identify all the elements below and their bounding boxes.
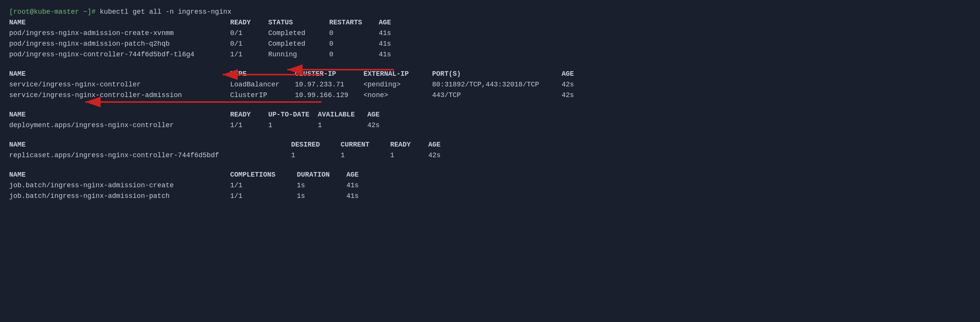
svc-1-age: 42s [562,90,592,101]
deployments-header: NAMEREADYUP-TO-DATEAVAILABLEAGE [9,110,971,120]
job-1-duration: 1s [297,191,346,202]
dep-col-available: AVAILABLE [318,110,367,120]
svc-0-cluster-ip: 10.97.233.71 [295,80,363,90]
rs-col-desired: DESIRED [291,140,341,150]
job-row-0: job.batch/ingress-nginx-admission-create… [9,180,971,191]
pods-col-restarts: RESTARTS [329,18,379,28]
rs-col-age: AGE [428,140,459,150]
pod-row-1: pod/ingress-nginx-admission-patch-q2hqb0… [9,39,971,49]
rs-row-0: replicaset.apps/ingress-nginx-controller… [9,150,971,161]
job-col-duration: DURATION [297,170,346,180]
pods-col-ready: READY [230,18,268,28]
dep-0-ready: 1/1 [230,120,268,131]
pod-1-age: 41s [379,39,409,49]
pod-2-restarts: 0 [329,49,379,60]
job-col-completions: COMPLETIONS [230,170,297,180]
dep-col-uptodate: UP-TO-DATE [268,110,318,120]
job-0-duration: 1s [297,180,346,191]
blank-4 [9,161,971,170]
job-row-1: job.batch/ingress-nginx-admission-patch1… [9,191,971,202]
pod-2-ready: 1/1 [230,49,268,60]
pod-1-restarts: 0 [329,39,379,49]
job-0-name: job.batch/ingress-nginx-admission-create [9,180,230,191]
services-header: NAMETYPECLUSTER-IPEXTERNAL-IPPORT(S)AGE [9,69,971,80]
dep-0-available: 1 [318,120,367,131]
rs-0-current: 1 [341,150,390,161]
svc-0-name: service/ingress-nginx-controller [9,80,230,90]
job-col-age: AGE [346,170,377,180]
svc-col-name: NAME [9,69,230,80]
svc-row-0: service/ingress-nginx-controllerLoadBala… [9,80,971,90]
pods-col-status: STATUS [268,18,329,28]
prompt: [root@kube-master ~]# [9,7,96,18]
pod-1-status: Completed [268,39,329,49]
pod-0-restarts: 0 [329,28,379,39]
rs-0-age: 42s [428,150,459,161]
svc-1-cluster-ip: 10.99.166.129 [295,90,363,101]
svc-1-ports: 443/TCP [432,90,562,101]
job-col-name: NAME [9,170,230,180]
pod-0-age: 41s [379,28,409,39]
rs-0-ready: 1 [390,150,428,161]
job-1-completions: 1/1 [230,191,297,202]
job-0-completions: 1/1 [230,180,297,191]
svc-1-name: service/ingress-nginx-controller-admissi… [9,90,230,101]
terminal: [root@kube-master ~]# kubectl get all -n… [9,7,971,202]
blank-2 [9,101,971,110]
blank-1 [9,60,971,69]
dep-0-uptodate: 1 [268,120,318,131]
pods-col-name: NAME [9,18,230,28]
svc-col-ports: PORT(S) [432,69,562,80]
jobs-header: NAMECOMPLETIONSDURATIONAGE [9,170,971,180]
pod-row-0: pod/ingress-nginx-admission-create-xvnmm… [9,28,971,39]
pod-2-age: 41s [379,49,409,60]
job-0-age: 41s [346,180,377,191]
pod-0-ready: 0/1 [230,28,268,39]
svc-1-external-ip: <none> [363,90,432,101]
rs-0-name: replicaset.apps/ingress-nginx-controller… [9,150,291,161]
dep-col-age: AGE [367,110,398,120]
svc-0-age: 42s [562,80,592,90]
pod-1-name: pod/ingress-nginx-admission-patch-q2hqb [9,39,230,49]
svc-col-type: TYPE [230,69,295,80]
replicasets-header: NAMEDESIREDCURRENTREADYAGE [9,140,971,150]
svc-col-cluster-ip: CLUSTER-IP [295,69,363,80]
rs-0-desired: 1 [291,150,341,161]
dep-0-name: deployment.apps/ingress-nginx-controller [9,120,230,131]
blank-3 [9,131,971,140]
svc-0-type: LoadBalancer [230,80,295,90]
pod-1-ready: 0/1 [230,39,268,49]
pod-row-2: pod/ingress-nginx-controller-744f6d5bdf-… [9,49,971,60]
command: kubectl get all -n ingress-nginx [96,7,231,18]
dep-0-age: 42s [367,120,398,131]
svc-0-ports: 80:31892/TCP,443:32018/TCP [432,80,562,90]
rs-col-current: CURRENT [341,140,390,150]
dep-row-0: deployment.apps/ingress-nginx-controller… [9,120,971,131]
rs-col-name: NAME [9,140,291,150]
svc-col-age: AGE [562,69,592,80]
command-line: [root@kube-master ~]# kubectl get all -n… [9,7,971,18]
dep-col-name: NAME [9,110,230,120]
svc-row-1: service/ingress-nginx-controller-admissi… [9,90,971,101]
job-1-name: job.batch/ingress-nginx-admission-patch [9,191,230,202]
job-1-age: 41s [346,191,377,202]
dep-col-ready: READY [230,110,268,120]
svc-col-external-ip: EXTERNAL-IP [363,69,432,80]
svc-1-type: ClusterIP [230,90,295,101]
rs-col-ready: READY [390,140,428,150]
pods-header: NAMEREADYSTATUSRESTARTSAGE [9,18,971,28]
pods-col-age: AGE [379,18,409,28]
pod-0-name: pod/ingress-nginx-admission-create-xvnmm [9,28,230,39]
pod-2-name: pod/ingress-nginx-controller-744f6d5bdf-… [9,49,230,60]
pod-0-status: Completed [268,28,329,39]
svc-0-external-ip: <pending> [363,80,432,90]
pod-2-status: Running [268,49,329,60]
